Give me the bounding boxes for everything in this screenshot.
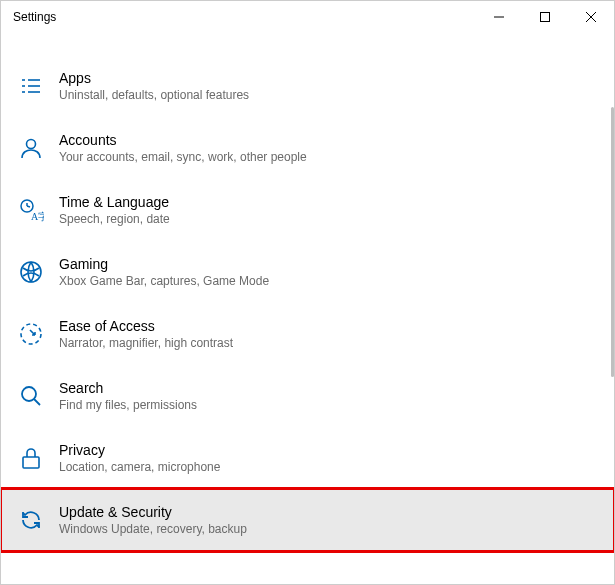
window-title: Settings (13, 10, 476, 24)
time-language-icon: A字 (17, 196, 45, 224)
svg-point-16 (21, 324, 41, 344)
category-desc: Narrator, magnifier, high contrast (59, 336, 233, 352)
privacy-icon (17, 444, 45, 472)
svg-point-10 (27, 140, 36, 149)
apps-icon (17, 72, 45, 100)
svg-text:A字: A字 (31, 211, 44, 222)
category-ease-of-access[interactable]: Ease of Access Narrator, magnifier, high… (1, 303, 614, 365)
svg-point-17 (22, 387, 36, 401)
scrollbar[interactable] (610, 33, 614, 584)
category-title: Apps (59, 69, 249, 87)
ease-of-access-icon (17, 320, 45, 348)
scrollbar-thumb[interactable] (611, 107, 614, 377)
settings-categories: Apps Uninstall, defaults, optional featu… (1, 33, 614, 551)
svg-rect-1 (541, 13, 550, 22)
update-security-icon (17, 506, 45, 534)
category-title: Time & Language (59, 193, 170, 211)
svg-rect-19 (23, 457, 39, 468)
category-title: Search (59, 379, 197, 397)
category-apps[interactable]: Apps Uninstall, defaults, optional featu… (1, 55, 614, 117)
category-desc: Windows Update, recovery, backup (59, 522, 247, 538)
close-button[interactable] (568, 1, 614, 33)
category-title: Accounts (59, 131, 307, 149)
category-time-language[interactable]: A字 Time & Language Speech, region, date (1, 179, 614, 241)
svg-point-15 (21, 262, 41, 282)
category-desc: Your accounts, email, sync, work, other … (59, 150, 307, 166)
category-accounts[interactable]: Accounts Your accounts, email, sync, wor… (1, 117, 614, 179)
category-desc: Speech, region, date (59, 212, 170, 228)
accounts-icon (17, 134, 45, 162)
search-icon (17, 382, 45, 410)
svg-line-13 (27, 206, 30, 207)
svg-line-18 (34, 399, 40, 405)
titlebar: Settings (1, 1, 614, 33)
maximize-button[interactable] (522, 1, 568, 33)
category-privacy[interactable]: Privacy Location, camera, microphone (1, 427, 614, 489)
category-desc: Xbox Game Bar, captures, Game Mode (59, 274, 269, 290)
window-controls (476, 1, 614, 33)
category-update-security[interactable]: Update & Security Windows Update, recove… (1, 489, 614, 551)
category-search[interactable]: Search Find my files, permissions (1, 365, 614, 427)
category-title: Privacy (59, 441, 220, 459)
category-desc: Uninstall, defaults, optional features (59, 88, 249, 104)
minimize-button[interactable] (476, 1, 522, 33)
category-desc: Find my files, permissions (59, 398, 197, 414)
category-title: Gaming (59, 255, 269, 273)
category-title: Ease of Access (59, 317, 233, 335)
category-title: Update & Security (59, 503, 247, 521)
category-desc: Location, camera, microphone (59, 460, 220, 476)
gaming-icon (17, 258, 45, 286)
category-gaming[interactable]: Gaming Xbox Game Bar, captures, Game Mod… (1, 241, 614, 303)
